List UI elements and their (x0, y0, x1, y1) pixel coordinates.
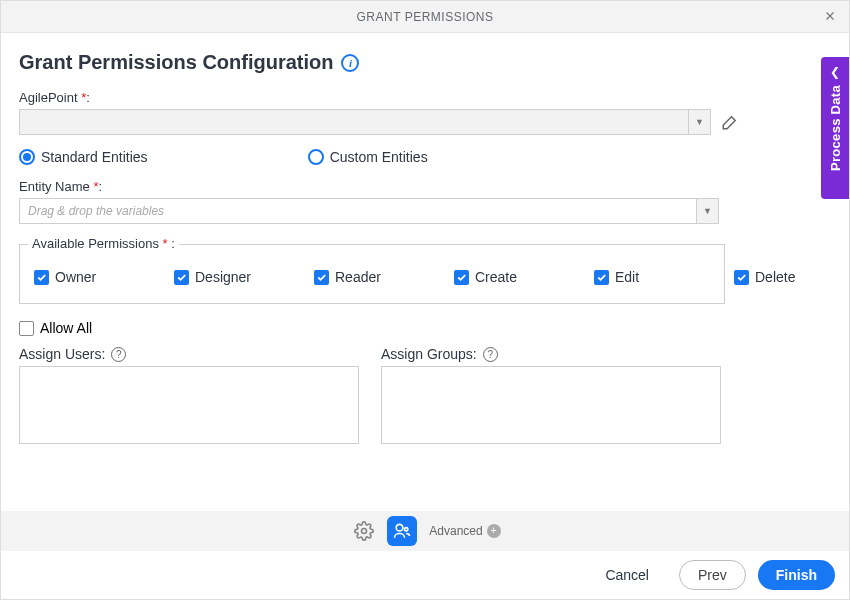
titlebar: GRANT PERMISSIONS (1, 1, 849, 33)
help-icon[interactable]: ? (483, 347, 498, 362)
radio-unchecked-icon (308, 149, 324, 165)
checkbox-checked-icon (314, 270, 329, 285)
close-icon[interactable] (819, 5, 841, 27)
permission-reader[interactable]: Reader (314, 269, 394, 285)
chevron-down-icon: ▼ (696, 199, 718, 223)
assign-users-box[interactable] (19, 366, 359, 444)
edit-icon[interactable] (721, 113, 739, 131)
page-title: Grant Permissions Configuration (19, 51, 333, 74)
svg-point-0 (362, 529, 367, 534)
cancel-button[interactable]: Cancel (587, 560, 667, 590)
permission-designer[interactable]: Designer (174, 269, 254, 285)
assign-users-label: Assign Users: (19, 346, 105, 362)
checkbox-checked-icon (34, 270, 49, 285)
permission-create[interactable]: Create (454, 269, 534, 285)
plus-icon: + (487, 524, 501, 538)
radio-standard-entities[interactable]: Standard Entities (19, 149, 148, 165)
radio-standard-label: Standard Entities (41, 149, 148, 165)
footer: Cancel Prev Finish (1, 551, 849, 599)
content: Grant Permissions Configuration i AgileP… (1, 33, 849, 511)
prev-button[interactable]: Prev (679, 560, 746, 590)
checkbox-unchecked-icon (19, 321, 34, 336)
permissions-legend: Available Permissions * : (28, 236, 179, 251)
info-icon[interactable]: i (341, 54, 359, 72)
advanced-toggle[interactable]: Advanced + (429, 524, 500, 538)
agilepoint-label: AgilePoint *: (19, 90, 831, 105)
chevron-down-icon: ▼ (688, 110, 710, 134)
allow-all-checkbox[interactable]: Allow All (19, 320, 831, 336)
radio-checked-icon (19, 149, 35, 165)
checkbox-checked-icon (174, 270, 189, 285)
radio-custom-label: Custom Entities (330, 149, 428, 165)
people-button[interactable] (387, 516, 417, 546)
permission-owner[interactable]: Owner (34, 269, 114, 285)
assign-groups-box[interactable] (381, 366, 721, 444)
finish-button[interactable]: Finish (758, 560, 835, 590)
entity-name-select[interactable]: Drag & drop the variables ▼ (19, 198, 719, 224)
entity-name-placeholder: Drag & drop the variables (20, 204, 696, 218)
checkbox-checked-icon (734, 270, 749, 285)
svg-point-1 (396, 524, 403, 531)
help-icon[interactable]: ? (111, 347, 126, 362)
checkbox-checked-icon (454, 270, 469, 285)
titlebar-title: GRANT PERMISSIONS (357, 10, 494, 24)
allow-all-label: Allow All (40, 320, 92, 336)
assign-groups-label: Assign Groups: (381, 346, 477, 362)
permissions-fieldset: Available Permissions * : Owner Designer… (19, 244, 725, 304)
checkbox-checked-icon (594, 270, 609, 285)
agilepoint-select[interactable]: ▼ (19, 109, 711, 135)
entity-name-label: Entity Name *: (19, 179, 831, 194)
settings-button[interactable] (349, 516, 379, 546)
toolbar: Advanced + (1, 511, 849, 551)
permission-edit[interactable]: Edit (594, 269, 674, 285)
radio-custom-entities[interactable]: Custom Entities (308, 149, 428, 165)
svg-point-2 (405, 528, 408, 531)
permission-delete[interactable]: Delete (734, 269, 814, 285)
